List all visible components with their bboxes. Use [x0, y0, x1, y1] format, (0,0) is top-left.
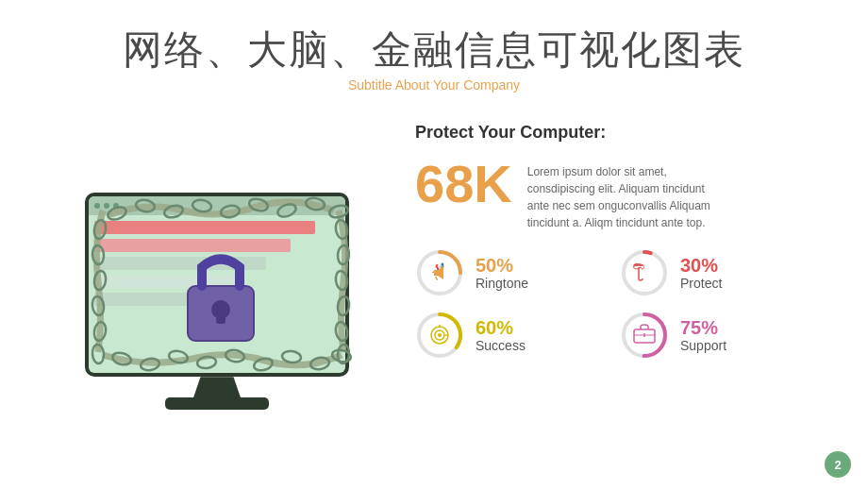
content-area: Protect Your Computer: 68K Lorem ipsum d… [0, 104, 868, 489]
subtitle-prefix: Subtitle About [348, 77, 433, 93]
screen-content [89, 215, 345, 312]
circle-success [415, 311, 464, 360]
slide: 网络、大脑、金融信息可视化图表 Subtitle About Your Comp… [0, 0, 868, 489]
screen-dot [113, 203, 119, 209]
screen-line [94, 293, 217, 306]
screen-line [94, 221, 315, 234]
svg-point-43 [438, 333, 442, 337]
stats-grid: 📢 50% Ringtone [415, 248, 811, 360]
screen-dot [94, 203, 100, 209]
page-number: 2 [825, 451, 851, 478]
monitor-stand [193, 377, 241, 397]
right-panel: Protect Your Computer: 68K Lorem ipsum d… [415, 113, 811, 489]
circle-protect [620, 248, 669, 297]
monitor-body [85, 193, 349, 377]
protect-header: Protect Your Computer: [415, 123, 811, 143]
svg-point-37 [624, 252, 665, 294]
main-title: 网络、大脑、金融信息可视化图表 [123, 26, 745, 74]
stat-percent-protect: 30% [680, 255, 722, 276]
hero-text: Lorem ipsum dolor sit amet, consdipiscin… [527, 158, 716, 231]
monitor-base [165, 397, 269, 410]
screen-bar [89, 196, 345, 215]
hero-number: 68K [415, 158, 512, 211]
screen-dot [104, 203, 109, 209]
stat-item-support: 75% Support [620, 311, 811, 360]
stat-item-protect: 30% Protect [620, 248, 811, 297]
stat-info-support: 75% Support [680, 317, 726, 353]
stat-percent-success: 60% [476, 317, 526, 338]
stat-label-success: Success [476, 338, 526, 353]
stat-label-support: Support [680, 338, 726, 353]
subtitle-highlight: Your Company [433, 77, 520, 93]
subtitle: Subtitle About Your Company [123, 77, 745, 93]
stat-info-ringtone: 50% Ringtone [476, 255, 528, 291]
stat-percent-support: 75% [680, 317, 726, 338]
circle-support [620, 311, 669, 360]
stat-info-success: 60% Success [476, 317, 526, 353]
stat-label-ringtone: Ringtone [476, 276, 528, 291]
screen-line [94, 239, 291, 252]
stat-percent-ringtone: 50% [476, 255, 528, 276]
stat-item-success: 60% Success [415, 311, 607, 360]
monitor-screen [89, 196, 345, 373]
screen-line [94, 257, 266, 270]
monitor-illustration [85, 193, 349, 410]
stat-label-protect: Protect [680, 276, 722, 291]
stat-info-protect: 30% Protect [680, 255, 722, 291]
stat-hero: 68K Lorem ipsum dolor sit amet, consdipi… [415, 158, 811, 231]
header: 网络、大脑、金融信息可视化图表 Subtitle About Your Comp… [123, 0, 745, 93]
circle-ringtone: 📢 [415, 248, 464, 297]
left-panel [57, 113, 377, 489]
stat-item-ringtone: 📢 50% Ringtone [415, 248, 607, 297]
screen-line [94, 275, 242, 288]
